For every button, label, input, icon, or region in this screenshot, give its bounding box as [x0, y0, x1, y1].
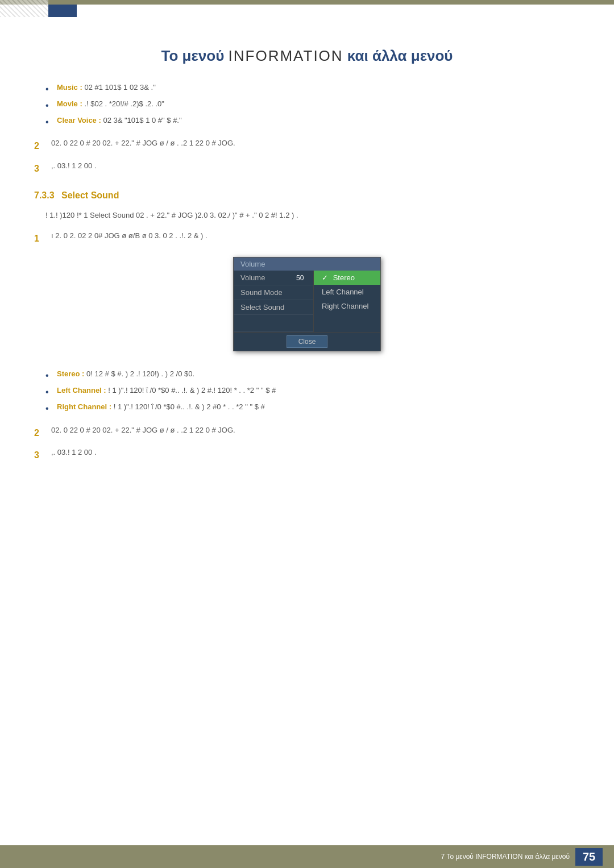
numbered-item-top-3: 3 ,. 03.! 1 2 00 .: [34, 160, 580, 176]
num-3-top: 3: [34, 160, 51, 176]
section-733-heading: 7.3.3 Select Sound: [34, 190, 580, 201]
submenu-stereo-label: Stereo: [333, 273, 355, 282]
menu-selectsound-row[interactable]: Select Sound: [234, 300, 313, 315]
num-3-top-text: ,. 03.! 1 2 00 .: [51, 160, 580, 176]
bullets-top-list: Music : 02 #1 101$ 1 02 3& ." Movie : .!…: [34, 82, 580, 126]
ui-mockup: Volume Volume 50: [34, 257, 580, 351]
bullet-clearvoice: Clear Voice : 02 3& "101$ 1 0 #" $ #.": [45, 115, 580, 127]
rightchannel-text: ! 1 )".! 120! ΐ /0 *$0 #.. .!. & ) 2 #0 …: [114, 402, 265, 411]
main-content: Το μενού INFORMATION και άλλα μενού Musi…: [0, 5, 614, 515]
movie-text: .! $02 . *20!/# .2)$ .2. .0": [84, 99, 164, 108]
num-3-bottom: 3: [34, 447, 51, 463]
menu-soundmode-row[interactable]: Sound Mode: [234, 285, 313, 300]
bullet-stereo: Stereo : 0! 12 # $ #. ) 2 .! 120!) . ) 2…: [45, 368, 580, 380]
music-label: Music :: [57, 83, 82, 92]
section-num: 7.3.3: [34, 190, 55, 200]
stereo-text: 0! 12 # $ #. ) 2 .! 120!) . ) 2 /0 $0.: [86, 369, 194, 378]
close-button[interactable]: Close: [287, 335, 328, 348]
num-2-top: 2: [34, 138, 51, 153]
submenu-spacer: [314, 313, 380, 330]
footer-text: 7 Το μενού INFORMATION και άλλα μενού: [441, 853, 570, 861]
close-bar: Close: [234, 332, 380, 351]
bullet-music: Music : 02 #1 101$ 1 02 3& .": [45, 82, 580, 94]
num-2-top-text: 02. 0 22 0 # 20 02. + 22." # JOG ø / ø .…: [51, 138, 580, 153]
leftchannel-text: ! 1 )".! 120! ΐ /0 *$0 #.. .!. & ) 2 #.!…: [108, 386, 276, 394]
numbered-item-bottom-3: 3 ,. 03.! 1 2 00 .: [34, 447, 580, 463]
stereo-label: Stereo :: [57, 369, 84, 378]
menu-selectsound-label: Select Sound: [240, 303, 292, 312]
submenu-rightchannel[interactable]: Right Channel: [314, 299, 380, 313]
menu-soundmode-label: Sound Mode: [240, 288, 292, 297]
numbered-item-bottom-2: 2 02. 0 22 0 # 20 02. + 22." # JOG ø / ø…: [34, 425, 580, 441]
menu-spacer-row: [234, 315, 313, 332]
section-instruction: ! 1.! )120 !* 1 Select Sound 02 . + 22."…: [45, 209, 580, 222]
submenu-rightchannel-label: Right Channel: [322, 302, 368, 310]
submenu-stereo[interactable]: ✓ Stereo: [314, 271, 380, 285]
page-title: Το μενού INFORMATION και άλλα μενού: [34, 39, 580, 65]
menu-title-bar: Volume: [234, 258, 380, 271]
menu-left-panel: Volume 50 Sound Mode: [234, 271, 313, 332]
title-part1: Το μενού: [161, 47, 225, 64]
clearvoice-label: Clear Voice :: [57, 116, 101, 124]
submenu-leftchannel-label: Left Channel: [322, 288, 364, 296]
menu-right-panel: ✓ Stereo Left Channel Right Channel: [313, 271, 380, 332]
menu-volume-row[interactable]: Volume 50: [234, 271, 313, 285]
rightchannel-label: Right Channel :: [57, 402, 111, 411]
top-blue-rectangle: [48, 5, 77, 17]
leftchannel-label: Left Channel :: [57, 386, 106, 394]
title-information: INFORMATION: [229, 47, 343, 64]
num-2-bottom-text: 02. 0 22 0 # 20 02. + 22." # JOG ø / ø .…: [51, 425, 580, 441]
section-title: Select Sound: [61, 190, 119, 200]
section-content: Music : 02 #1 101$ 1 02 3& ." Movie : .!…: [34, 82, 580, 463]
volume-menu-popup: Volume Volume 50: [233, 257, 381, 351]
step-1: 1 ı 2. 0 2. 02 2 0# JOG ø ø/Β ø 0 3. 0 2…: [34, 230, 580, 246]
bullet-rightchannel: Right Channel : ! 1 )".! 120! ΐ /0 *$0 #…: [45, 401, 580, 413]
num-2-bottom: 2: [34, 425, 51, 441]
volume-number: 50: [296, 274, 310, 282]
menu-layout: Volume 50 Sound Mode: [234, 271, 380, 332]
num-3-bottom-text: ,. 03.! 1 2 00 .: [51, 447, 580, 463]
submenu-leftchannel[interactable]: Left Channel: [314, 285, 380, 299]
top-stripe-decoration: [0, 0, 48, 17]
bullet-movie: Movie : .! $02 . *20!/# .2)$ .2. .0": [45, 98, 580, 110]
movie-label: Movie :: [57, 99, 82, 108]
step-1-num: 1: [34, 230, 51, 246]
page-number: 75: [575, 848, 603, 866]
numbered-item-top-2: 2 02. 0 22 0 # 20 02. + 22." # JOG ø / ø…: [34, 138, 580, 153]
step-1-text: ı 2. 0 2. 02 2 0# JOG ø ø/Β ø 0 3. 0 2 .…: [51, 230, 580, 246]
bullet-leftchannel: Left Channel : ! 1 )".! 120! ΐ /0 *$0 #.…: [45, 385, 580, 397]
music-text: 02 #1 101$ 1 02 3& .": [84, 83, 155, 92]
check-icon: ✓: [322, 273, 328, 282]
volume-bar-container: 50: [292, 274, 310, 282]
clearvoice-text: 02 3& "101$ 1 0 #" $ #.": [103, 116, 181, 124]
top-accent-bar: [0, 0, 614, 5]
title-and: και άλλα μενού: [347, 47, 453, 64]
bottom-bar: 7 Το μενού INFORMATION και άλλα μενού 75: [0, 845, 614, 868]
bullets-bottom-list: Stereo : 0! 12 # $ #. ) 2 .! 120!) . ) 2…: [34, 368, 580, 413]
menu-volume-label: Volume: [240, 273, 292, 282]
